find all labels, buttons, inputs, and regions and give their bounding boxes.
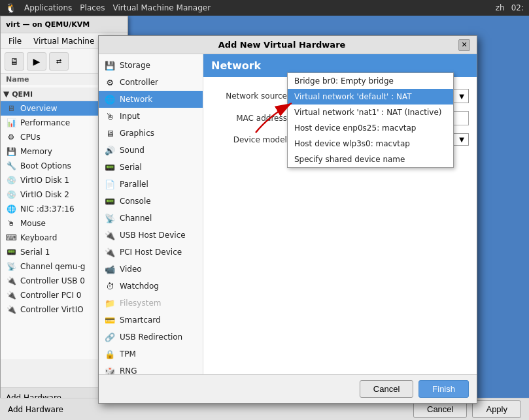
dialog-sidebar-input[interactable]: 🖱 Input <box>99 108 203 125</box>
add-hardware-dialog: Add New Virtual Hardware ✕ 💾 Storage ⚙ C… <box>98 35 477 404</box>
sidebar-item-nic[interactable]: 🌐 NIC :d3:37:16 <box>1 202 105 216</box>
channel-dialog-icon: 📡 <box>104 212 116 224</box>
sidebar-item-ctrl-pci[interactable]: 🔌 Controller PCI 0 <box>1 288 105 302</box>
app-background: virt — on QEMU/KVM File Virtual Machine … <box>0 16 529 420</box>
parallel-icon: 📄 <box>104 178 116 190</box>
dropdown-option-vnet-default[interactable]: Virtual network 'default' : NAT <box>288 89 453 105</box>
locale-indicator: zh <box>496 3 505 12</box>
dialog-sidebar-channel[interactable]: 📡 Channel <box>99 210 203 227</box>
system-bar: 🐧 Applications Places Virtual Machine Ma… <box>0 0 529 16</box>
sidebar-item-virtio-disk-2[interactable]: 💿 VirtIO Disk 2 <box>1 187 105 202</box>
vm-menu[interactable]: Virtual Machine <box>28 35 99 47</box>
virt-title: virt — on QEMU/KVM <box>6 20 90 29</box>
dialog-sidebar-watchdog[interactable]: ⏱ Watchdog <box>99 278 203 295</box>
applications-menu[interactable]: Applications <box>24 3 72 12</box>
dialog-sidebar-controller[interactable]: ⚙ Controller <box>99 74 203 91</box>
sidebar-item-boot[interactable]: 🔧 Boot Options <box>1 159 105 173</box>
usb-redir-icon: 🔗 <box>104 331 116 343</box>
toolbar-run-btn[interactable]: ▶ <box>27 52 46 71</box>
dialog-main-content: Network Network source: Virtual network … <box>203 54 477 374</box>
keyboard-icon: ⌨ <box>6 233 16 243</box>
storage-icon: 💾 <box>104 59 116 71</box>
dialog-close-button[interactable]: ✕ <box>458 39 470 51</box>
qemu-expander[interactable]: ▼QEMI <box>1 88 105 101</box>
tpm-icon: 🔒 <box>104 348 116 360</box>
dropdown-option-host-wlp3s0[interactable]: Host device wlp3s0: macvtap <box>288 136 453 152</box>
sidebar-item-keyboard[interactable]: ⌨ Keyboard <box>1 231 105 245</box>
console-icon: 📟 <box>104 195 116 207</box>
bottom-apply-button[interactable]: Apply <box>472 400 521 418</box>
cpus-icon: ⚙ <box>6 132 16 142</box>
bottom-bar-left: Add Hardware <box>8 404 63 414</box>
memory-icon: 💾 <box>6 146 16 157</box>
dialog-sidebar-console[interactable]: 📟 Console <box>99 193 203 210</box>
dialog-sidebar-smartcard[interactable]: 💳 Smartcard <box>99 312 203 329</box>
dialog-sidebar-graphics[interactable]: 🖥 Graphics <box>99 125 203 142</box>
input-icon: 🖱 <box>104 110 116 122</box>
boot-icon: 🔧 <box>6 161 16 171</box>
dialog-body: 💾 Storage ⚙ Controller 🌐 Network 🖱 Input… <box>99 54 477 374</box>
system-icon: 🐧 <box>5 3 16 13</box>
virt-sidebar: ▼QEMI 🖥 Overview 📊 Performance ⚙ CPUs 💾 … <box>1 85 105 359</box>
smartcard-icon: 💳 <box>104 314 116 326</box>
system-bar-right: zh 02: <box>496 3 524 12</box>
dialog-sidebar-usb-redir[interactable]: 🔗 USB Redirection <box>99 329 203 346</box>
sidebar-item-channel[interactable]: 📡 Channel qemu-g <box>1 259 105 274</box>
mouse-icon: 🖱 <box>6 218 16 229</box>
sidebar-item-overview[interactable]: 🖥 Overview <box>1 101 105 116</box>
network-icon: 🌐 <box>104 93 116 105</box>
dropdown-option-vnet-nat1[interactable]: Virtual network 'nat1' : NAT (Inactive) <box>288 105 453 120</box>
sidebar-item-memory[interactable]: 💾 Memory <box>1 144 105 159</box>
toolbar-nav-btn[interactable]: ⇄ <box>49 52 69 71</box>
sidebar-item-serial1[interactable]: 📟 Serial 1 <box>1 245 105 259</box>
dialog-sidebar-network[interactable]: 🌐 Network <box>99 91 203 108</box>
file-menu[interactable]: File <box>3 35 27 47</box>
dropdown-arrow-icon: ▼ <box>459 93 464 100</box>
sidebar-item-cpus[interactable]: ⚙ CPUs <box>1 130 105 144</box>
rng-icon: 🎲 <box>104 365 116 374</box>
graphics-icon: 🖥 <box>104 127 116 139</box>
watchdog-icon: ⏱ <box>104 280 116 292</box>
pci-host-icon: 🔌 <box>104 246 116 258</box>
dialog-sidebar-serial[interactable]: 📟 Serial <box>99 159 203 176</box>
overview-icon: 🖥 <box>6 103 16 114</box>
dialog-sidebar-parallel[interactable]: 📄 Parallel <box>99 176 203 193</box>
dialog-sidebar-pci-host[interactable]: 🔌 PCI Host Device <box>99 244 203 261</box>
ctrl-virtio-icon: 🔌 <box>6 304 16 315</box>
toolbar-monitor-btn[interactable]: 🖥 <box>5 52 24 71</box>
dialog-titlebar: Add New Virtual Hardware ✕ <box>99 36 477 54</box>
dialog-sidebar-storage[interactable]: 💾 Storage <box>99 57 203 74</box>
filesystem-icon: 📁 <box>104 297 116 309</box>
sidebar-item-ctrl-virtio[interactable]: 🔌 Controller VirtIO <box>1 302 105 317</box>
sidebar-item-virtio-disk-1[interactable]: 💿 VirtIO Disk 1 <box>1 173 105 187</box>
dialog-cancel-button[interactable]: Cancel <box>360 380 413 398</box>
dropdown-option-host-enp0s25[interactable]: Host device enp0s25: macvtap <box>288 120 453 136</box>
dialog-sidebar-tpm[interactable]: 🔒 TPM <box>99 346 203 363</box>
vm-manager-menu[interactable]: Virtual Machine Manager <box>112 3 211 12</box>
dropdown-option-bridge-br0[interactable]: Bridge br0: Empty bridge <box>288 73 453 89</box>
disk2-icon: 💿 <box>6 189 16 200</box>
sidebar-item-mouse[interactable]: 🖱 Mouse <box>1 216 105 231</box>
usb-host-icon: 🔌 <box>104 229 116 241</box>
dialog-footer: Cancel Finish <box>99 374 477 403</box>
controller-icon: ⚙ <box>104 76 116 88</box>
device-model-arrow-icon: ▼ <box>459 136 464 143</box>
dialog-sidebar: 💾 Storage ⚙ Controller 🌐 Network 🖱 Input… <box>99 54 203 374</box>
dialog-sidebar-sound[interactable]: 🔊 Sound <box>99 142 203 159</box>
dialog-sidebar-video[interactable]: 📹 Video <box>99 261 203 278</box>
dialog-title: Add New Virtual Hardware <box>105 40 458 50</box>
channel-icon: 📡 <box>6 261 16 272</box>
dialog-sidebar-usb-host[interactable]: 🔌 USB Host Device <box>99 227 203 244</box>
mac-address-label: MAC address: <box>211 114 290 123</box>
network-source-dropdown-popup: Bridge br0: Empty bridge Virtual network… <box>287 73 454 168</box>
dialog-finish-button[interactable]: Finish <box>418 380 469 398</box>
dropdown-option-specify-shared[interactable]: Specify shared device name <box>288 152 453 167</box>
sidebar-item-ctrl-usb[interactable]: 🔌 Controller USB 0 <box>1 274 105 288</box>
nic-icon: 🌐 <box>6 204 16 214</box>
dialog-sidebar-rng[interactable]: 🎲 RNG <box>99 363 203 374</box>
sound-icon: 🔊 <box>104 144 116 156</box>
sidebar-item-performance[interactable]: 📊 Performance <box>1 116 105 130</box>
add-hardware-bottom[interactable]: Add Hardware <box>8 405 63 414</box>
virt-titlebar: virt — on QEMU/KVM <box>1 16 128 33</box>
places-menu[interactable]: Places <box>80 3 105 12</box>
